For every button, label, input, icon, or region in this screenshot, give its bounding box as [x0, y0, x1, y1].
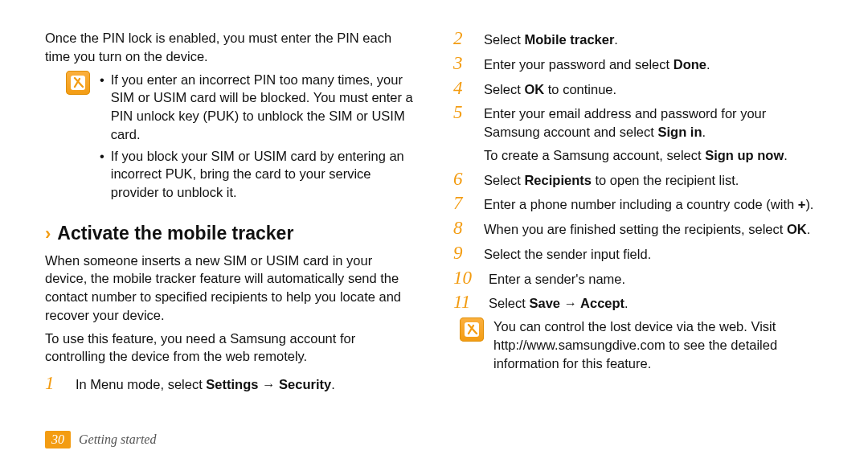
- pin-intro-text: Once the PIN lock is enabled, you must e…: [45, 29, 415, 66]
- right-column: 2 Select Mobile tracker. 3 Enter your pa…: [453, 29, 823, 399]
- text-fragment: .: [706, 57, 710, 72]
- step-2: 2 Select Mobile tracker.: [453, 29, 823, 49]
- note-bullet-2: • If you block your SIM or USIM card by …: [100, 147, 415, 202]
- step-number: 6: [453, 170, 473, 188]
- bold-fragment: Recipients: [524, 173, 591, 187]
- step-number: 5: [453, 103, 473, 121]
- text-fragment: Enter your password and select: [484, 57, 674, 72]
- note-bullet-2-text: If you block your SIM or USIM card by en…: [111, 147, 415, 202]
- pencil-note-icon: [73, 77, 84, 88]
- bold-fragment: OK: [524, 82, 544, 96]
- step-number: 7: [453, 194, 473, 212]
- text-fragment: When you are finished setting the recipi…: [484, 222, 787, 236]
- text-fragment: Enter a phone number including a country…: [484, 197, 798, 211]
- step-1-text: In Menu mode, select Settings → Security…: [76, 375, 415, 394]
- page: Once the PIN lock is enabled, you must e…: [0, 0, 868, 471]
- note-icon: [460, 317, 484, 342]
- note-bullet-1-text: If you enter an incorrect PIN too many t…: [111, 71, 415, 144]
- bold-fragment: Save → Accept: [529, 296, 624, 310]
- step-10: 10 Enter a sender's name.: [453, 268, 823, 289]
- left-column: Once the PIN lock is enabled, you must e…: [45, 29, 415, 399]
- step-7: 7 Enter a phone number including a count…: [453, 194, 823, 214]
- step-3-text: Enter your password and select Done.: [484, 55, 823, 74]
- step-8: 8 When you are finished setting the reci…: [453, 219, 823, 239]
- text-fragment: Select: [484, 82, 524, 96]
- step-6: 6 Select Recipients to open the recipien…: [453, 170, 823, 190]
- step-number: 3: [453, 54, 473, 72]
- note-2-text: You can control the lost device via the …: [493, 317, 823, 372]
- step-9-text: Select the sender input field.: [484, 245, 823, 264]
- text-fragment: Select: [489, 296, 529, 310]
- section-title: Activate the mobile tracker: [57, 221, 293, 247]
- step-4: 4 Select OK to continue.: [453, 79, 823, 99]
- step-2-text: Select Mobile tracker.: [484, 31, 823, 49]
- text-fragment: .: [614, 32, 618, 47]
- step-11-text: Select Save → Accept.: [489, 294, 823, 313]
- step-5: 5 Enter your email address and password …: [453, 103, 823, 141]
- step-5-subtext: To create a Samsung account, select Sign…: [484, 146, 823, 165]
- step-11: 11 Select Save → Accept.: [453, 293, 823, 313]
- bold-fragment: Sign up now: [705, 148, 784, 162]
- text-fragment: Select: [484, 173, 524, 187]
- section-heading-row: › Activate the mobile tracker: [45, 221, 415, 247]
- bullet-dot-icon: •: [100, 71, 104, 89]
- pencil-note-icon: [467, 324, 478, 335]
- text-fragment: .: [702, 125, 706, 139]
- bullet-dot-icon: •: [100, 147, 104, 166]
- footer-section-label: Getting started: [79, 432, 156, 447]
- step-1: 1 In Menu mode, select Settings → Securi…: [45, 374, 415, 394]
- step-number: 2: [453, 29, 473, 47]
- step-number: 11: [453, 293, 477, 311]
- step-number: 8: [453, 219, 473, 237]
- step-8-text: When you are finished setting the recipi…: [484, 220, 823, 239]
- bold-fragment: Sign in: [657, 125, 702, 139]
- text-fragment: In Menu mode, select: [76, 377, 206, 391]
- note-icon: [66, 71, 90, 95]
- step-4-text: Select OK to continue.: [484, 80, 823, 99]
- text-fragment: To create a Samsung account, select: [484, 148, 705, 162]
- step-5-text: Enter your email address and password fo…: [484, 104, 823, 141]
- bold-fragment: Done: [674, 57, 706, 72]
- note-bullet-1: • If you enter an incorrect PIN too many…: [100, 71, 415, 144]
- text-fragment: ).: [805, 197, 813, 211]
- text-fragment: to open the recipient list.: [592, 173, 739, 187]
- text-fragment: .: [807, 222, 811, 236]
- note-body: • If you enter an incorrect PIN too many…: [100, 71, 415, 205]
- step-number: 9: [453, 244, 473, 262]
- bold-fragment: +: [798, 197, 806, 211]
- page-number-badge: 30: [45, 431, 71, 448]
- text-fragment: .: [331, 377, 335, 391]
- bold-fragment: OK: [787, 222, 807, 236]
- page-footer: 30 Getting started: [45, 431, 156, 448]
- step-3: 3 Enter your password and select Done.: [453, 54, 823, 74]
- text-fragment: .: [784, 148, 788, 162]
- two-column-layout: Once the PIN lock is enabled, you must e…: [45, 29, 823, 399]
- step-number: 4: [453, 79, 473, 97]
- step-10-text: Enter a sender's name.: [489, 270, 823, 289]
- step-6-text: Select Recipients to open the recipient …: [484, 171, 823, 190]
- step-9: 9 Select the sender input field.: [453, 244, 823, 264]
- step-7-text: Enter a phone number including a country…: [484, 195, 823, 214]
- note-block-2: You can control the lost device via the …: [460, 317, 823, 372]
- text-fragment: .: [624, 296, 628, 310]
- chevron-right-icon: ›: [45, 225, 51, 243]
- text-fragment: Enter your email address and password fo…: [484, 106, 766, 139]
- bold-fragment: Mobile tracker: [524, 32, 614, 47]
- step-number: 10: [453, 268, 477, 287]
- note-block: • If you enter an incorrect PIN too many…: [66, 71, 415, 205]
- text-fragment: Select: [484, 32, 524, 47]
- bold-fragment: Settings → Security: [206, 377, 331, 391]
- tracker-desc-2: To use this feature, you need a Samsung …: [45, 330, 415, 367]
- text-fragment: to continue.: [544, 82, 616, 96]
- tracker-desc-1: When someone inserts a new SIM or USIM c…: [45, 252, 415, 325]
- step-number: 1: [45, 374, 64, 392]
